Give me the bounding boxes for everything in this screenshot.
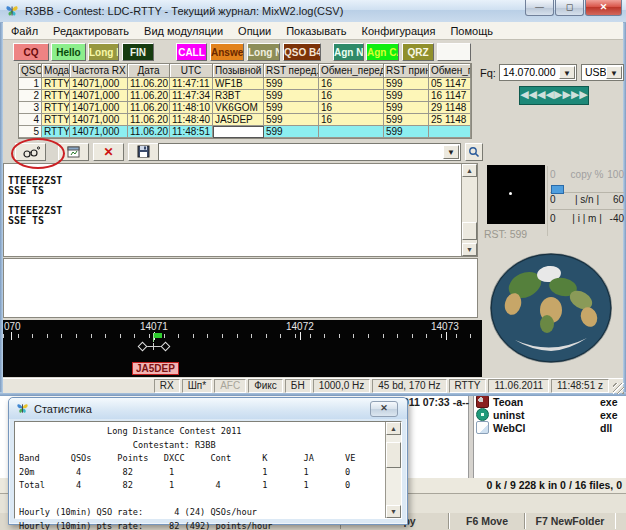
- statistics-title-bar[interactable]: Статистика ✕: [9, 398, 407, 419]
- title-bar[interactable]: R3BB - Contest: LDC-RTTY - Текущий журна…: [0, 0, 626, 23]
- log-cell[interactable]: 05 1147: [429, 78, 471, 90]
- scroll-down-icon[interactable]: ▼: [462, 243, 477, 256]
- log-cell[interactable]: 599: [384, 102, 429, 114]
- log-column-header[interactable]: Мода: [42, 64, 70, 78]
- macro-button[interactable]: [437, 43, 471, 61]
- chevron-down-icon[interactable]: ▼: [606, 66, 622, 79]
- frequency-nudge-arrows[interactable]: ◀◀◀◀▶▶▶▶: [519, 86, 589, 105]
- log-cell[interactable]: [429, 126, 471, 138]
- waterfall-callsign-tag[interactable]: JA5DEP: [132, 362, 179, 375]
- log-cell[interactable]: 11:48:40: [170, 114, 213, 126]
- log-cell[interactable]: 599: [264, 90, 319, 102]
- status-segment-item[interactable]: 1000,0 Hz: [313, 379, 371, 393]
- lookup-button[interactable]: [465, 143, 483, 161]
- menu-item[interactable]: Помощь: [450, 25, 493, 37]
- chevron-down-icon[interactable]: ▼: [443, 145, 459, 159]
- menu-item[interactable]: Файл: [11, 25, 38, 37]
- log-cell[interactable]: 14071,000: [70, 78, 128, 90]
- menu-item[interactable]: Опции: [238, 25, 271, 37]
- macro-button[interactable]: QRZ: [402, 43, 434, 61]
- log-column-header[interactable]: RST прин.: [384, 64, 429, 78]
- log-cell[interactable]: 599: [264, 78, 319, 90]
- copy-slider[interactable]: [550, 182, 624, 193]
- log-cell[interactable]: WF1B: [213, 78, 264, 90]
- log-column-header[interactable]: Частота RX: [70, 64, 128, 78]
- menu-item[interactable]: Вид модуляции: [144, 25, 223, 37]
- maximize-button[interactable]: ◻: [555, 0, 584, 16]
- macro-button[interactable]: Long Nr: [247, 43, 280, 61]
- waterfall-display[interactable]: 070 14071 14072 14073 JA5DEP: [3, 320, 482, 377]
- macro-button[interactable]: Long Nr: [88, 43, 119, 61]
- log-cell[interactable]: VK6GOM: [213, 102, 264, 114]
- log-cell[interactable]: 14071,000: [70, 102, 128, 114]
- resize-grip[interactable]: [613, 383, 624, 394]
- log-cell[interactable]: [319, 126, 384, 138]
- menu-item[interactable]: Показывать: [286, 25, 346, 37]
- log-column-header[interactable]: RST перед.: [264, 64, 319, 78]
- macro-button[interactable]: Agn NR: [333, 43, 364, 61]
- macro-button[interactable]: FIN: [122, 43, 154, 61]
- scroll-up-icon[interactable]: ▲: [386, 422, 401, 435]
- status-segment-item[interactable]: 45 bd, 170 Hz: [372, 379, 446, 393]
- log-cell[interactable]: 4: [19, 114, 42, 126]
- log-cell[interactable]: 599: [264, 102, 319, 114]
- log-cell[interactable]: 16: [319, 114, 384, 126]
- save-log-button[interactable]: [128, 143, 159, 161]
- log-cell[interactable]: RTTY: [42, 90, 70, 102]
- log-cell[interactable]: 599: [384, 114, 429, 126]
- scroll-up-icon[interactable]: ▲: [462, 164, 477, 177]
- log-column-header[interactable]: Обмен_прин: [429, 64, 471, 78]
- log-cell[interactable]: 11:47:34: [170, 90, 213, 102]
- macro-button[interactable]: CALL: [176, 43, 207, 61]
- show-window-button[interactable]: [58, 143, 89, 161]
- log-cell[interactable]: 14071,000: [70, 90, 128, 102]
- log-cell[interactable]: RTTY: [42, 114, 70, 126]
- log-cell[interactable]: RTTY: [42, 102, 70, 114]
- statistics-scrollbar[interactable]: ▲ ▼: [385, 422, 401, 518]
- statistics-scrollbar-thumb[interactable]: [386, 442, 401, 468]
- log-cell[interactable]: 11:48:10: [170, 102, 213, 114]
- log-cell[interactable]: 11.06.201: [128, 114, 170, 126]
- status-segment-item[interactable]: Фикс: [248, 379, 283, 393]
- log-cell[interactable]: 11.06.201: [128, 126, 170, 138]
- log-column-header[interactable]: Дата: [128, 64, 170, 78]
- file-row[interactable]: WebCldll: [476, 421, 624, 434]
- fkey-button[interactable]: F6 Move: [448, 513, 526, 529]
- log-cell[interactable]: JA5DEP: [213, 114, 264, 126]
- log-cell[interactable]: 599: [264, 114, 319, 126]
- file-row[interactable]: uninstexe: [476, 408, 624, 421]
- scroll-down-icon[interactable]: ▼: [386, 505, 401, 518]
- minimize-button[interactable]: —: [525, 0, 554, 16]
- log-cell[interactable]: 25 1148: [429, 114, 471, 126]
- close-button[interactable]: ✕: [585, 0, 622, 16]
- rx-scrollbar[interactable]: ▲ ▼: [461, 164, 477, 256]
- rtty-tuning-cursor[interactable]: [139, 342, 169, 351]
- file-row[interactable]: Teoanexe: [476, 395, 624, 408]
- log-column-header[interactable]: UTC: [170, 64, 213, 78]
- log-cell[interactable]: 2: [19, 90, 42, 102]
- status-segment-afc[interactable]: AFC: [214, 379, 246, 393]
- log-cell[interactable]: RTTY: [42, 78, 70, 90]
- delete-qso-button[interactable]: ✕: [93, 143, 124, 161]
- log-cell[interactable]: 29 1148: [429, 102, 471, 114]
- fkey-button[interactable]: F7 NewFolder: [524, 513, 616, 529]
- log-cell[interactable]: R3BT: [213, 90, 264, 102]
- log-column-header[interactable]: Позывной: [213, 64, 264, 78]
- log-cell[interactable]: 11.06.201: [128, 78, 170, 90]
- log-cell[interactable]: 599: [384, 78, 429, 90]
- menu-item[interactable]: Конфигурация: [362, 25, 436, 37]
- log-cell[interactable]: 5: [19, 126, 42, 138]
- log-cell[interactable]: 11:47:11: [170, 78, 213, 90]
- log-cell[interactable]: 16: [319, 78, 384, 90]
- status-segment-item[interactable]: RTTY: [449, 379, 487, 393]
- macro-button[interactable]: QSO B4: [283, 43, 321, 61]
- sideband-combo[interactable]: USB ▼: [581, 64, 624, 81]
- log-cell[interactable]: 11:48:51: [170, 126, 213, 138]
- macro-button[interactable]: CQ: [13, 43, 49, 61]
- log-cell[interactable]: 1: [19, 78, 42, 90]
- macro-button[interactable]: Agn CALL: [366, 43, 399, 61]
- callsign-combo[interactable]: ▼: [158, 143, 461, 161]
- status-segment-item[interactable]: RX: [154, 379, 180, 393]
- rx-scrollbar-thumb[interactable]: [462, 222, 477, 240]
- log-cell[interactable]: 14071,000: [70, 126, 128, 138]
